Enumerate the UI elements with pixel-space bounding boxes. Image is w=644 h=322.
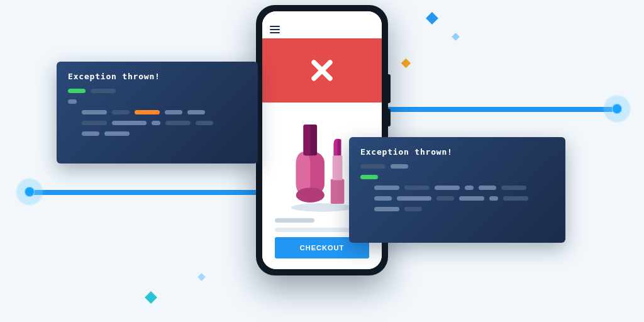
trace-endpoint-glow bbox=[15, 177, 44, 206]
exception-title: Exception thrown! bbox=[360, 147, 554, 157]
sparkle-icon bbox=[197, 273, 206, 281]
illustration-stage: Exception thrown! Exception thrown! bbox=[0, 0, 644, 322]
code-block bbox=[68, 89, 247, 136]
exception-panel-left: Exception thrown! bbox=[57, 62, 258, 164]
svg-point-0 bbox=[291, 203, 353, 212]
code-block bbox=[360, 164, 554, 211]
sparkle-icon bbox=[452, 33, 460, 41]
sparkle-icon bbox=[145, 291, 157, 304]
svg-rect-5 bbox=[304, 125, 311, 155]
error-banner bbox=[262, 38, 382, 103]
product-image bbox=[285, 119, 359, 213]
sparkle-icon bbox=[401, 58, 411, 69]
svg-point-3 bbox=[296, 187, 325, 203]
app-header bbox=[262, 11, 382, 38]
trace-endpoint-glow bbox=[602, 94, 631, 123]
exception-panel-right: Exception thrown! bbox=[349, 137, 565, 243]
close-icon bbox=[308, 57, 336, 84]
svg-rect-7 bbox=[333, 155, 343, 180]
svg-rect-6 bbox=[331, 179, 345, 204]
hamburger-icon[interactable] bbox=[270, 26, 280, 33]
exception-title: Exception thrown! bbox=[68, 72, 247, 81]
sparkle-icon bbox=[426, 12, 438, 25]
